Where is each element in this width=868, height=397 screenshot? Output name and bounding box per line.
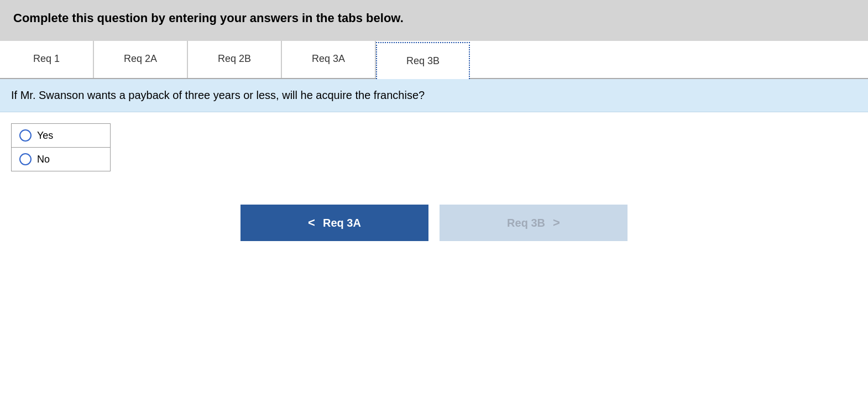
prev-chevron-icon: < bbox=[308, 216, 315, 230]
prev-button[interactable]: < Req 3A bbox=[240, 205, 428, 241]
radio-no[interactable]: No bbox=[12, 148, 110, 171]
next-button[interactable]: Req 3B > bbox=[440, 205, 628, 241]
prev-button-label: Req 3A bbox=[323, 217, 361, 229]
radio-circle-yes bbox=[19, 129, 32, 142]
tabs-container: Req 1 Req 2A Req 2B Req 3A Req 3B bbox=[0, 41, 868, 79]
radio-yes[interactable]: Yes bbox=[12, 124, 110, 148]
radio-group: Yes No bbox=[11, 123, 111, 171]
page-title: Complete this question by entering your … bbox=[13, 11, 404, 25]
answer-section: Yes No bbox=[0, 112, 868, 182]
tab-req1[interactable]: Req 1 bbox=[0, 41, 94, 78]
navigation-buttons: < Req 3A Req 3B > bbox=[0, 205, 868, 241]
header-bar: Complete this question by entering your … bbox=[0, 0, 868, 41]
next-button-label: Req 3B bbox=[507, 217, 545, 229]
tab-req2b[interactable]: Req 2B bbox=[188, 41, 282, 78]
tab-req3b[interactable]: Req 3B bbox=[376, 42, 470, 79]
question-text: If Mr. Swanson wants a payback of three … bbox=[0, 79, 868, 112]
tab-req3a[interactable]: Req 3A bbox=[282, 41, 376, 78]
tab-req2a[interactable]: Req 2A bbox=[94, 41, 188, 78]
radio-circle-no bbox=[19, 153, 32, 165]
next-chevron-icon: > bbox=[553, 216, 560, 230]
